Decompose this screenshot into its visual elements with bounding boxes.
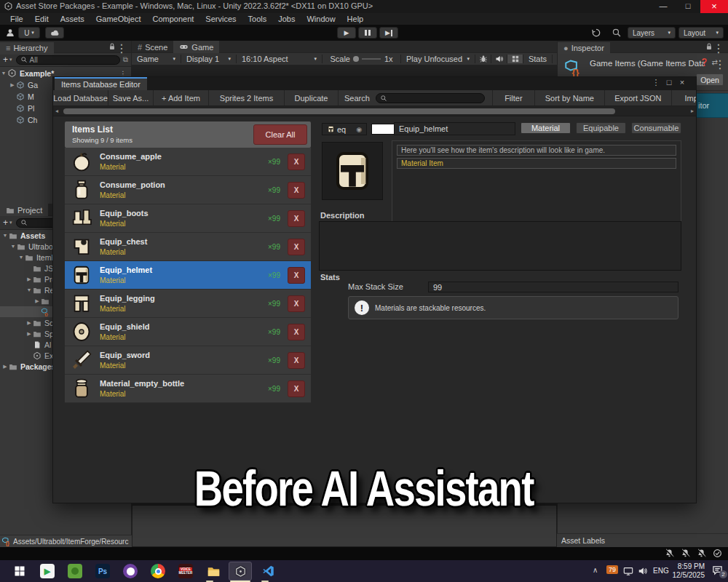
item-row[interactable]: Material_empty_bottle Material ×99 X <box>65 375 311 403</box>
type-button-material[interactable]: Material <box>521 122 571 134</box>
item-delete-button[interactable]: X <box>288 239 305 255</box>
type-button-consumable[interactable]: Consumable <box>631 122 681 134</box>
menu-jobs[interactable]: Jobs <box>272 15 301 23</box>
editor-search-input[interactable] <box>376 93 485 103</box>
toolbar-button-duplicate[interactable]: Duplicate <box>285 90 339 105</box>
sprite-object-field[interactable]: eq ◉ <box>322 123 367 135</box>
tab-project[interactable]: Project <box>0 204 48 216</box>
taskbar-app-vscode[interactable] <box>258 563 280 579</box>
expand-arrow-icon[interactable]: ▶ <box>25 320 33 326</box>
display-dropdown[interactable]: Display 1▾ <box>181 55 237 63</box>
menu-tools[interactable]: Tools <box>242 15 273 23</box>
tab-inspector[interactable]: ●Inspector <box>558 42 610 55</box>
menu-services[interactable]: Services <box>199 15 242 23</box>
expand-arrow-icon[interactable]: ▼ <box>17 255 25 260</box>
status-check-icon[interactable] <box>713 549 722 558</box>
expand-arrow-icon[interactable]: ▶ <box>25 331 33 337</box>
tray-expand-chevron[interactable]: ∧ <box>593 566 598 574</box>
item-delete-button[interactable]: X <box>288 295 305 312</box>
taskbar-app-unity[interactable] <box>229 562 252 581</box>
menu-edit[interactable]: Edit <box>29 15 55 23</box>
item-editor-side-button[interactable]: itor <box>693 93 728 118</box>
notifications-muted-icon-2[interactable] <box>681 549 690 558</box>
item-delete-button[interactable]: X <box>288 210 305 227</box>
step-button[interactable]: ▶ <box>379 27 398 39</box>
expand-arrow-icon[interactable]: ▶ <box>25 276 33 282</box>
item-row[interactable]: Equip_legging Material ×99 X <box>65 290 311 318</box>
toolbar-button-export-json[interactable]: Export JSON <box>605 90 672 105</box>
toolbar-button--add-item[interactable]: + Add Item <box>154 90 209 105</box>
hierarchy-search-input[interactable]: All <box>16 55 120 65</box>
minimize-button[interactable]: — <box>652 0 674 13</box>
expand-arrow-icon[interactable]: ▶ <box>1 364 9 370</box>
expand-arrow-icon[interactable]: ▼ <box>1 233 9 238</box>
item-row[interactable]: Equip_shield Material ×99 X <box>65 318 311 346</box>
layers-dropdown[interactable]: Layers▾ <box>628 27 676 39</box>
add-gameobject-button[interactable]: + <box>3 55 8 65</box>
game-mode-dropdown[interactable]: Game▾ <box>132 55 181 63</box>
taskbar-app-explorer[interactable] <box>202 563 224 579</box>
menu-component[interactable]: Component <box>146 15 199 23</box>
network-icon[interactable] <box>623 566 633 576</box>
item-delete-button[interactable]: X <box>288 352 305 369</box>
toolbar-button-import-jso[interactable]: Import JSO <box>672 90 696 105</box>
item-delete-button[interactable]: X <box>288 267 305 284</box>
editor-window-close-icon[interactable]: × <box>676 78 689 87</box>
toolbar-button-filter[interactable]: Filter <box>493 90 535 105</box>
inspector-context-menu-icon[interactable]: ⋮ <box>714 57 726 71</box>
editor-window-header[interactable]: Items Database Editor ⋮ □ × <box>53 77 696 90</box>
layout-dropdown[interactable]: Layout▾ <box>678 27 724 39</box>
pause-button[interactable] <box>358 27 377 39</box>
taskbar-app-photoshop[interactable]: Ps <box>92 563 114 579</box>
max-stack-input[interactable]: 99 <box>428 282 678 292</box>
tab-scene[interactable]: #Scene <box>132 41 173 53</box>
tab-hierarchy[interactable]: ≡Hierarchy <box>0 42 54 55</box>
close-button[interactable]: × <box>700 0 728 13</box>
item-row[interactable]: Equip_helmet Material ×99 X <box>65 261 311 290</box>
item-row[interactable]: Consume_potion Material ×99 X <box>65 176 311 204</box>
notifications-muted-icon-3[interactable] <box>697 549 706 558</box>
item-row[interactable]: Equip_boots Material ×99 X <box>65 204 311 233</box>
expand-arrow-icon[interactable]: ▶ <box>33 298 41 304</box>
scroll-right-icon[interactable]: ▸ <box>691 108 694 114</box>
description-textarea[interactable] <box>319 221 681 271</box>
taskbar-app-recorder[interactable]: ▶ <box>36 563 58 579</box>
item-delete-button[interactable]: X <box>288 380 305 397</box>
item-delete-button[interactable]: X <box>288 154 305 170</box>
item-delete-button[interactable]: X <box>288 182 305 199</box>
help-icon[interactable]: ❓ <box>700 58 709 66</box>
scale-slider[interactable]: Scale1x <box>323 55 401 63</box>
toolbar-button-save-as-[interactable]: Save As... <box>108 90 154 105</box>
notifications-muted-icon[interactable] <box>665 549 674 558</box>
menu-window[interactable]: Window <box>301 15 341 23</box>
color-swatch[interactable] <box>371 124 396 135</box>
taskbar-app-android[interactable] <box>64 563 86 579</box>
cloud-button[interactable] <box>45 27 64 39</box>
account-icon[interactable] <box>5 28 15 38</box>
tray-badge[interactable]: 79 <box>606 565 618 574</box>
taskbar-app-voicemeeter[interactable]: VOICEMEETER <box>175 563 197 579</box>
item-row[interactable]: Equip_sword Material ×99 X <box>65 346 311 375</box>
open-button[interactable]: Open <box>696 73 724 86</box>
hierarchy-menu-icon[interactable]: ⋮ <box>116 41 127 55</box>
aspect-dropdown[interactable]: 16:10 Aspect▾ <box>237 55 323 63</box>
start-button[interactable] <box>9 563 31 579</box>
taskbar-app-github[interactable] <box>119 563 141 579</box>
toolbar-button-load-database[interactable]: Load Database <box>53 90 108 105</box>
menu-assets[interactable]: Assets <box>55 15 90 23</box>
clock-date[interactable]: 12/5/2025 <box>668 571 705 579</box>
item-row[interactable]: Consume_apple Material ×99 X <box>65 148 311 176</box>
language-indicator[interactable]: ENG <box>653 567 669 575</box>
search-scene-icon[interactable]: ⧉ <box>123 55 128 64</box>
editor-window-tab[interactable]: Items Database Editor <box>55 77 147 90</box>
play-focus-dropdown[interactable]: Play Unfocused▾ <box>401 55 475 63</box>
scroll-left-icon[interactable]: ◂ <box>55 108 58 114</box>
toolbar-button-sprites-2-items[interactable]: Sprites 2 Items <box>209 90 285 105</box>
item-name-input[interactable]: Equip_helmet <box>394 122 515 135</box>
add-asset-button[interactable]: + <box>3 218 8 228</box>
editor-window-maximize-icon[interactable]: □ <box>662 78 676 87</box>
maximize-button[interactable]: □ <box>677 0 699 13</box>
search-everywhere-icon[interactable] <box>612 28 622 38</box>
stats-toggle[interactable]: Stats <box>523 55 553 63</box>
play-button[interactable]: ▶ <box>337 27 356 39</box>
